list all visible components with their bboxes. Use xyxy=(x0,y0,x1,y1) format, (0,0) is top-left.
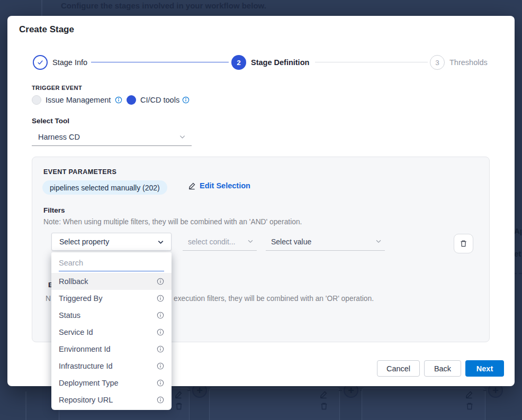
search-input[interactable] xyxy=(59,254,164,271)
property-dropdown-popup: Rollback Triggered By Status Service Id … xyxy=(51,252,172,410)
chevron-down-icon xyxy=(375,238,383,245)
chevron-down-icon xyxy=(157,238,165,246)
value-select[interactable]: Select value xyxy=(266,233,385,251)
info-icon[interactable] xyxy=(157,328,164,336)
trash-icon xyxy=(175,402,183,410)
tool-select[interactable]: Harness CD xyxy=(32,128,192,146)
event-parameters-heading: EVENT PARAMETERS xyxy=(43,168,116,176)
radio-issue-management[interactable] xyxy=(32,95,41,105)
dropdown-item-repository-url[interactable]: Repository URL xyxy=(51,391,172,408)
next-button[interactable]: Next xyxy=(465,360,504,377)
edit-icon xyxy=(319,390,328,399)
workflow-stage-card: Target Value - 4 days xyxy=(362,388,485,420)
dropdown-item-environment-id[interactable]: Environment Id xyxy=(51,341,172,358)
screen: Configure the stages involved in your wo… xyxy=(0,0,522,420)
workflow-stage-card: Target Value - 4 days xyxy=(209,388,340,420)
back-button[interactable]: Back xyxy=(424,360,461,377)
property-select[interactable]: Select property xyxy=(51,233,172,251)
info-icon[interactable] xyxy=(182,96,190,104)
cancel-button[interactable]: Cancel xyxy=(377,360,420,377)
tool-select-value: Harness CD xyxy=(38,133,178,141)
background-banner-text: Configure the stages involved in your wo… xyxy=(61,1,266,10)
dropdown-item-status[interactable]: Status xyxy=(51,307,172,324)
dropdown-item-deployment-type[interactable]: Deployment Type xyxy=(51,375,172,391)
delete-filter-button[interactable] xyxy=(454,234,473,253)
trigger-event-label: TRIGGER EVENT xyxy=(32,85,82,91)
edit-selection-link[interactable]: Edit Selection xyxy=(188,181,250,190)
step-2-indicator[interactable]: 2 xyxy=(231,55,246,70)
chevron-down-icon xyxy=(247,238,255,245)
select-tool-label: Select Tool xyxy=(32,117,69,125)
edit-icon xyxy=(465,390,473,399)
workflow-connector-dash xyxy=(339,390,342,391)
pipelines-selection-chip: pipelines selected manually (202) xyxy=(42,180,167,195)
trash-icon xyxy=(465,402,474,410)
dialog-title: Create Stage xyxy=(19,24,74,35)
stepper-connector xyxy=(315,62,428,62)
filters-note: Note: When using multiple filters, they … xyxy=(43,218,302,226)
info-icon[interactable] xyxy=(157,396,164,404)
info-icon[interactable] xyxy=(157,312,164,319)
edit-selection-label: Edit Selection xyxy=(200,181,250,190)
condition-select-value: select condit... xyxy=(188,238,247,246)
execution-filters-note-fragment: N xyxy=(46,295,51,303)
background-divider xyxy=(41,0,42,16)
create-stage-dialog: Create Stage Stage Info 2 Stage Definiti… xyxy=(7,16,515,386)
condition-select[interactable]: select condit... xyxy=(183,233,257,251)
radio-cicd-tools[interactable] xyxy=(127,95,136,105)
stepper-connector xyxy=(91,62,229,62)
execution-filters-note-fragment: execution filters, they will be combined… xyxy=(174,295,374,303)
property-select-value: Select property xyxy=(59,238,157,246)
step-3-number: 3 xyxy=(435,59,439,67)
step-1-label[interactable]: Stage Info xyxy=(52,58,87,67)
dropdown-item-triggered-by[interactable]: Triggered By xyxy=(51,290,172,307)
check-icon xyxy=(37,59,44,66)
info-icon[interactable] xyxy=(115,96,122,104)
edit-icon xyxy=(174,390,183,399)
step-2-number: 2 xyxy=(237,59,241,67)
background-text-fragment: Ap xyxy=(514,226,521,235)
workflow-connector-dash xyxy=(483,390,487,391)
trash-icon xyxy=(320,402,328,410)
info-icon[interactable] xyxy=(157,295,164,302)
trash-icon xyxy=(460,240,467,248)
value-select-value: Select value xyxy=(271,238,375,246)
filters-heading: Filters xyxy=(43,206,65,214)
radio-issue-management-label[interactable]: Issue Management xyxy=(46,96,111,104)
info-icon[interactable] xyxy=(157,278,164,285)
dropdown-item-service-id[interactable]: Service Id xyxy=(51,324,172,341)
dropdown-item-rollback[interactable]: Rollback xyxy=(51,273,172,290)
step-3-indicator[interactable]: 3 xyxy=(430,55,445,70)
step-2-label[interactable]: Stage Definition xyxy=(251,58,309,67)
info-icon[interactable] xyxy=(157,379,164,387)
radio-cicd-tools-label[interactable]: CI/CD tools xyxy=(140,96,179,104)
background-divider xyxy=(25,391,26,420)
background-text-fragment: et xyxy=(514,249,521,258)
info-icon[interactable] xyxy=(157,345,164,353)
step-3-label[interactable]: Thresholds xyxy=(449,58,488,67)
dropdown-item-infrastructure-id[interactable]: Infrastructure Id xyxy=(51,358,172,375)
step-1-indicator[interactable] xyxy=(33,55,48,70)
edit-icon xyxy=(188,182,196,190)
chevron-down-icon xyxy=(178,133,186,141)
info-icon[interactable] xyxy=(157,362,164,370)
workflow-connector-dash xyxy=(187,390,191,391)
